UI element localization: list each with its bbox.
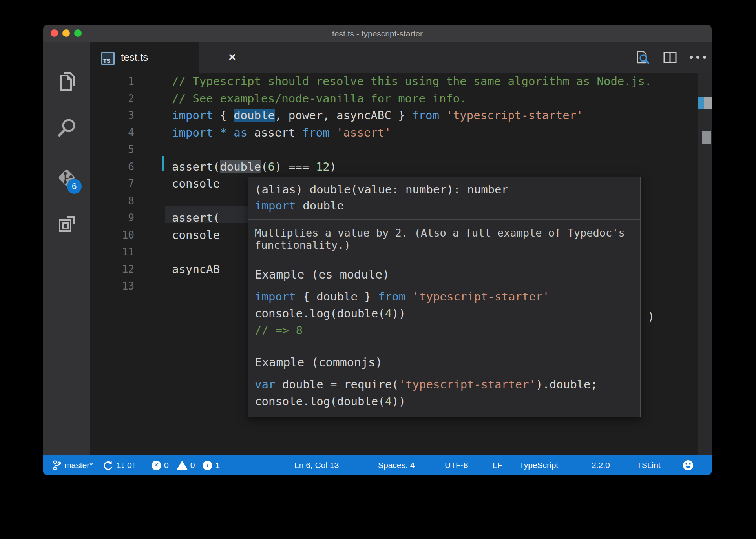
vscode-window: test.ts - typescript-starter [43,25,712,475]
code-token: ( [261,160,268,173]
window-title: test.ts - typescript-starter [43,25,712,42]
code-line: console [172,175,220,193]
hover-example-code: var double = require('typescript-starter… [255,376,634,410]
search-icon [56,117,78,139]
git-branch-item[interactable]: master* [53,455,93,475]
code-token: 'typescript-starter' [413,290,550,303]
typescript-version-item[interactable]: 2.2.0 [592,455,610,475]
line-number: 7 [109,175,134,193]
code-token: import [255,199,296,212]
code-token: * [220,126,226,139]
code-token [439,109,446,122]
error-icon: ✕ [152,461,161,470]
find-in-file-icon[interactable] [635,49,650,65]
problems-item[interactable]: ✕ 0 ! 0 i 1 [152,455,220,475]
code-token: double [234,109,275,122]
line-number: 5 [109,141,134,158]
source-control-badge: 6 [67,179,82,194]
code-token: { double } [296,290,378,303]
hover-example-heading: Example (commonjs) [255,355,634,369]
code-token: assert( [172,211,220,224]
screenshot-canvas: test.ts - typescript-starter [0,0,756,539]
line-number: 4 [109,124,134,142]
line-number: 13 [109,278,134,295]
line-number: 11 [109,244,134,261]
line-number: 12 [109,261,134,278]
code-token: , power, asyncABC } [275,109,412,122]
tab-test-ts[interactable]: TS test.ts × [90,42,199,73]
line-number: 6 [109,158,134,176]
more-actions-icon[interactable] [690,56,706,59]
feedback-item[interactable] [682,455,694,475]
tab-label: test.ts [121,42,148,73]
code-token: console [172,228,220,242]
hover-signature-line: (alias) double(value: number): number [255,182,634,198]
title-bar: test.ts - typescript-starter [43,25,712,42]
code-token: double [296,199,344,212]
sync-icon [103,460,113,470]
code-token: console.log(double( [255,307,385,320]
sidebar-item-search[interactable] [43,110,90,146]
tslint-item[interactable]: TSLint [637,455,661,475]
code-token: 'typescript-starter' [446,109,583,122]
hover-code-line: // => 8 [255,322,634,339]
hover-code-line: console.log(double(4)) [255,305,634,322]
sidebar-item-source-control[interactable]: 6 [43,160,90,195]
warning-icon: ! [177,461,188,470]
editor[interactable]: 12345678910111213 // Typescript should r… [90,73,712,455]
code-token: from [378,290,405,303]
hover-example-code: import { double } from 'typescript-start… [255,288,634,339]
code-token: import [172,109,213,122]
hover-tooltip: (alias) double(value: number): numberimp… [248,177,641,417]
line-number: 3 [109,107,134,124]
extensions-icon [56,213,78,235]
code-token: // Typescript should resolve this using … [172,75,652,88]
code-line: // See examples/node-vanilla for more in… [172,90,467,107]
language-mode-item[interactable]: TypeScript [519,455,558,475]
hover-signature-line: import double [255,198,634,214]
code-fragment-behind-tooltip: ) [648,308,654,326]
line-number: 2 [109,90,134,107]
sidebar-item-explorer[interactable] [43,64,90,99]
code-line: // Typescript should resolve this using … [172,73,652,90]
code-token: 'typescript-starter' [399,378,536,391]
overview-mark-highlight-1 [704,97,712,109]
code-token: assert( [172,160,220,173]
code-token: { [213,109,234,122]
code-token: 'assert' [336,126,391,139]
cursor-position-item[interactable]: Ln 6, Col 13 [294,455,339,475]
git-branch-icon [53,460,61,471]
line-number: 10 [109,227,134,244]
code-token: import [255,290,296,303]
status-bar: master* 1↓ 0↑ ✕ 0 ! 0 i 1 Ln 6, Col 13 [43,455,712,475]
git-branch-label: master* [64,455,93,475]
line-number: 8 [109,193,134,210]
sync-counts-label: 1↓ 0↑ [116,455,136,475]
info-icon: i [203,461,212,470]
eol-item[interactable]: LF [493,455,502,475]
sidebar-item-extensions[interactable] [43,206,90,242]
code-token: ) [330,160,336,173]
git-sync-item[interactable]: 1↓ 0↑ [103,455,136,475]
code-token: // => 8 [255,324,303,337]
code-line: assert( [172,209,220,227]
code-token: // See examples/node-vanilla for more in… [172,92,467,105]
code-token: )) [392,307,405,320]
code-token: double [220,160,261,173]
tab-close-icon[interactable]: × [228,42,236,73]
code-line: console [172,227,220,244]
code-token: 6 [268,160,274,173]
line-number: 1 [109,73,134,90]
split-editor-icon[interactable] [662,49,678,65]
overview-ruler[interactable] [698,73,712,455]
indentation-item[interactable]: Spaces: 4 [378,455,415,475]
code-line: import { double, power, asyncABC } from … [172,107,583,124]
code-token [227,126,234,139]
code-token [330,126,336,139]
tab-bar: TS test.ts × [90,42,712,73]
encoding-item[interactable]: UTF-8 [445,455,468,475]
hover-code-line: console.log(double(4)) [255,393,634,410]
hover-description: Multiplies a value by 2. (Also a full ex… [255,227,634,251]
hover-code-line: var double = require('typescript-starter… [255,376,634,393]
line-number: 9 [109,209,134,227]
